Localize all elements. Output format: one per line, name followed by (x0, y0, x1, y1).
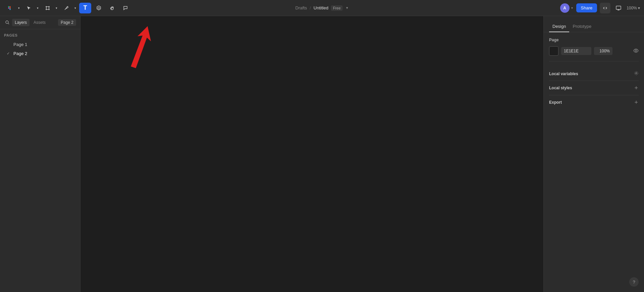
move-arrow[interactable]: ▾ (35, 3, 40, 13)
document-title[interactable]: Untitled (314, 5, 328, 10)
pen-arrow[interactable]: ▾ (72, 3, 78, 13)
move-tool[interactable]: ▾ (23, 3, 40, 13)
pages-section: Pages Page 1 ✓ Page 2 (0, 29, 80, 62)
avatar[interactable]: A (560, 3, 570, 13)
search-button[interactable] (4, 19, 11, 26)
zoom-value: 100% (627, 6, 637, 10)
share-button[interactable]: Share (576, 3, 597, 12)
canvas-area[interactable] (80, 16, 543, 292)
design-tab[interactable]: Design (549, 21, 569, 32)
comment-button[interactable] (119, 3, 131, 13)
main-menu-tool[interactable]: ▾ (4, 3, 21, 13)
present-button[interactable] (613, 3, 624, 13)
main-menu-button[interactable] (4, 3, 16, 13)
svg-point-2 (9, 9, 11, 10)
left-panel-tabs: Layers Assets Page 2 (0, 16, 80, 29)
zoom-chevron: ▾ (638, 6, 640, 10)
page2-check: ✓ (7, 51, 11, 56)
svg-point-0 (9, 6, 11, 7)
page2-label: Page 2 (13, 51, 27, 56)
annotation-arrow (84, 23, 158, 70)
pages-label: Pages (4, 33, 76, 37)
right-panel-content: Page Local variables (544, 32, 644, 115)
frame-button[interactable] (42, 3, 54, 13)
page-color-swatch[interactable] (549, 46, 558, 56)
avatar-chevron[interactable]: ▾ (571, 5, 574, 10)
svg-rect-5 (46, 7, 49, 9)
code-button[interactable] (600, 3, 610, 13)
export-add[interactable]: + (634, 99, 639, 105)
svg-marker-19 (131, 26, 151, 68)
export-section: Export + (549, 95, 639, 109)
toolbar-center: Drafts / Untitled Free ▾ (296, 5, 349, 11)
text-button[interactable]: T (79, 3, 91, 13)
svg-point-1 (9, 7, 11, 9)
local-styles-section: Local styles + (549, 81, 639, 95)
svg-line-18 (8, 23, 9, 25)
page-color-hex[interactable] (561, 47, 591, 55)
local-styles-title: Local styles (549, 86, 572, 90)
local-variables-settings[interactable] (634, 71, 639, 77)
prototype-tab[interactable]: Prototype (569, 21, 595, 32)
local-variables-header[interactable]: Local variables (549, 71, 639, 77)
svg-point-21 (636, 72, 637, 74)
pen-button[interactable] (60, 3, 72, 13)
assets-tab[interactable]: Assets (31, 19, 48, 26)
page-visibility-toggle[interactable] (633, 48, 639, 54)
left-panel: Layers Assets Page 2 Pages Page 1 ✓ Page… (0, 16, 80, 292)
toolbar-left: ▾ ▾ ▾ (4, 3, 131, 13)
svg-rect-14 (616, 6, 621, 9)
move-button[interactable] (23, 3, 35, 13)
hand-button[interactable] (106, 3, 118, 13)
main-menu-arrow[interactable]: ▾ (16, 3, 21, 13)
page-section: Page (549, 38, 639, 61)
local-variables-section: Local variables (549, 67, 639, 81)
page-opacity[interactable] (594, 47, 612, 55)
toolbar: ▾ ▾ ▾ (0, 0, 644, 16)
breadcrumb-separator: / (310, 5, 311, 10)
local-styles-header[interactable]: Local styles + (549, 85, 639, 91)
toolbar-right: A ▾ Share 100% ▾ (560, 3, 640, 13)
right-panel: Design Prototype Page (543, 16, 644, 292)
zoom-level[interactable]: 100% ▾ (627, 6, 640, 10)
page-item-page1[interactable]: Page 1 (4, 40, 76, 49)
frame-tool[interactable]: ▾ (42, 3, 59, 13)
main-area: Layers Assets Page 2 Pages Page 1 ✓ Page… (0, 16, 644, 292)
pen-tool[interactable]: ▾ (60, 3, 78, 13)
export-header[interactable]: Export + (549, 99, 639, 105)
layers-tab[interactable]: Layers (12, 19, 30, 26)
help-button[interactable]: ? (629, 277, 639, 287)
page-tab[interactable]: Page 2 (58, 19, 76, 26)
plan-badge: Free (331, 5, 343, 11)
page1-label: Page 1 (13, 42, 27, 47)
svg-point-3 (8, 6, 9, 7)
title-chevron[interactable]: ▾ (345, 5, 349, 11)
svg-point-17 (6, 21, 8, 23)
page-color-row (549, 46, 639, 56)
right-panel-tabs: Design Prototype (544, 16, 644, 32)
components-button[interactable] (93, 3, 105, 13)
local-variables-title: Local variables (549, 71, 578, 76)
page-section-header: Page (549, 38, 639, 42)
frame-arrow[interactable]: ▾ (54, 3, 59, 13)
svg-point-20 (635, 50, 637, 52)
page-item-page2[interactable]: ✓ Page 2 (4, 49, 76, 58)
export-title: Export (549, 100, 562, 105)
drafts-label: Drafts (296, 5, 307, 10)
local-styles-add[interactable]: + (634, 85, 639, 91)
svg-point-4 (8, 7, 9, 9)
